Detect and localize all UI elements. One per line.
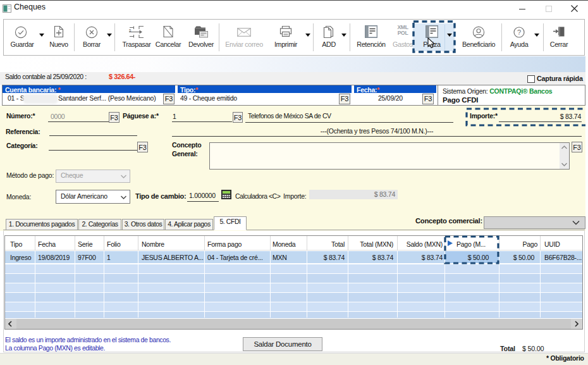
svg-text:s: s [129,28,132,32]
svg-text:?: ? [517,28,521,36]
